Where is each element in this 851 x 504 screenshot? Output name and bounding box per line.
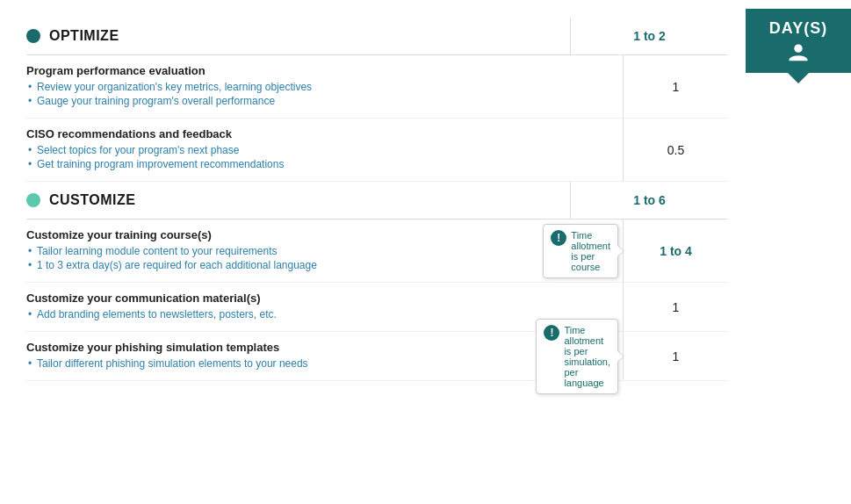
info-icon-1: ! [551, 230, 566, 246]
optimize-item-1-row: Program performance evaluation Review yo… [26, 55, 728, 119]
tooltip-text-1: Time allotment is per course [571, 230, 610, 272]
optimize-item-2-days: 0.5 [623, 119, 728, 181]
days-label: DAY(S) [769, 19, 827, 37]
info-icon-3: ! [544, 325, 559, 341]
optimize-item-2-bullet-2: Get training program improvement recomme… [26, 158, 561, 170]
customize-item-1-bullet-1: Tailor learning module content to your r… [26, 245, 561, 257]
optimize-section-left: OPTIMIZE [26, 18, 570, 54]
main-container: OPTIMIZE 1 to 2 Program performance eval… [0, 0, 851, 399]
customize-item-3-right: ! Time allotment is per simulation, per … [570, 332, 728, 380]
customize-dot [26, 193, 40, 207]
customize-item-1-row: Customize your training course(s) Tailor… [26, 220, 728, 283]
tooltip-inner-1: ! Time allotment is per course [551, 230, 610, 272]
customize-item-1-tooltip: ! Time allotment is per course [543, 224, 618, 278]
optimize-item-2-right: 0.5 [570, 119, 728, 181]
customize-item-1-title: Customize your training course(s) [26, 228, 561, 241]
customize-item-3-title: Customize your phishing simulation templ… [26, 341, 561, 354]
customize-item-2-bullet-1: Add branding elements to newsletters, po… [26, 308, 561, 320]
customize-item-1-days: 1 to 4 [623, 220, 728, 282]
customize-section-header: CUSTOMIZE 1 to 6 [26, 182, 728, 220]
optimize-range-cell: 1 to 2 [570, 18, 728, 54]
tooltip-text-3: Time allotment is per simulation, per la… [564, 325, 610, 388]
customize-item-1-bullet-2: 1 to 3 extra day(s) are required for eac… [26, 259, 561, 271]
customize-item-3-days: 1 [623, 332, 728, 380]
days-header: DAY(S) [746, 9, 851, 73]
optimize-item-1-bullet-2: Gauge your training program's overall pe… [26, 95, 561, 107]
customize-item-1-left: Customize your training course(s) Tailor… [26, 220, 570, 282]
optimize-title: OPTIMIZE [49, 28, 119, 44]
optimize-range: 1 to 2 [633, 29, 666, 43]
person-icon [754, 41, 842, 66]
person-svg [786, 41, 811, 66]
optimize-item-1-days: 1 [623, 55, 728, 118]
customize-item-3-row: Customize your phishing simulation templ… [26, 332, 728, 381]
optimize-dot [26, 29, 40, 43]
content-area: OPTIMIZE 1 to 2 Program performance eval… [0, 9, 746, 390]
optimize-item-1-bullet-1: Review your organization's key metrics, … [26, 81, 561, 93]
customize-item-3-tooltip: ! Time allotment is per simulation, per … [536, 319, 618, 394]
customize-title: CUSTOMIZE [49, 192, 135, 208]
tooltip-inner-3: ! Time allotment is per simulation, per … [544, 325, 610, 388]
customize-item-2-row: Customize your communication material(s)… [26, 283, 728, 332]
customize-item-3-bullet-1: Tailor different phishing simulation ele… [26, 357, 561, 370]
optimize-item-2-bullet-1: Select topics for your program's next ph… [26, 144, 561, 156]
customize-item-2-days: 1 [623, 283, 728, 331]
optimize-item-1-title: Program performance evaluation [26, 64, 561, 77]
customize-item-1-right: ! Time allotment is per course 1 to 4 [570, 220, 728, 282]
rows-wrapper: OPTIMIZE 1 to 2 Program performance eval… [26, 18, 728, 381]
optimize-section-header: OPTIMIZE 1 to 2 [26, 18, 728, 55]
customize-item-2-left: Customize your communication material(s)… [26, 283, 570, 331]
optimize-item-1-left: Program performance evaluation Review yo… [26, 55, 570, 118]
days-column: DAY(S) [746, 9, 851, 390]
optimize-item-1-right: 1 [570, 55, 728, 118]
customize-range: 1 to 6 [633, 193, 666, 207]
optimize-item-2-row: CISO recommendations and feedback Select… [26, 119, 728, 182]
optimize-item-2-title: CISO recommendations and feedback [26, 127, 561, 140]
customize-section-left: CUSTOMIZE [26, 182, 570, 219]
optimize-item-2-left: CISO recommendations and feedback Select… [26, 119, 570, 181]
svg-point-0 [794, 45, 802, 53]
customize-range-cell: 1 to 6 [570, 182, 728, 219]
customize-item-2-title: Customize your communication material(s) [26, 292, 561, 305]
customize-item-3-left: Customize your phishing simulation templ… [26, 332, 570, 380]
